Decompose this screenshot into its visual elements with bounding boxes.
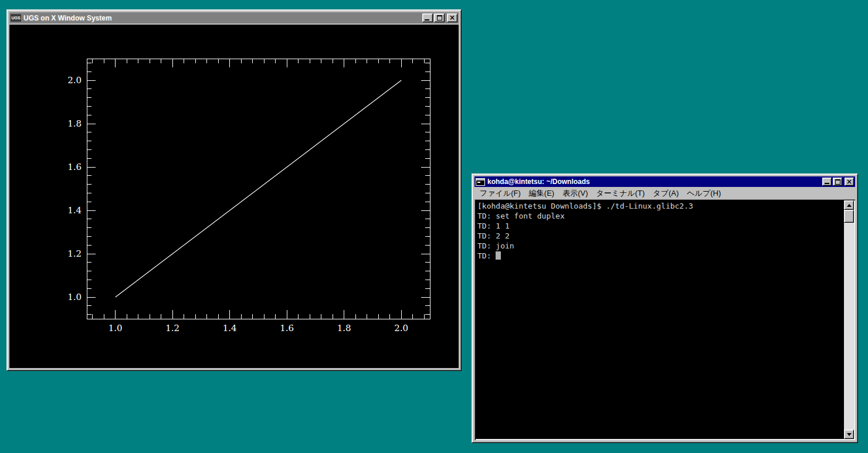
close-icon: × bbox=[846, 178, 852, 185]
terminal-cursor bbox=[496, 251, 501, 260]
terminal-screen[interactable]: [kohda@kintetsu Downloads]$ ./td-Linux.g… bbox=[474, 199, 855, 440]
xy-plot: 1.01.21.41.61.82.01.01.21.41.61.82.0 bbox=[9, 25, 459, 368]
maximize-icon bbox=[437, 15, 442, 21]
arrow-down-icon bbox=[847, 433, 852, 436]
terminal-line: TD: 1 1 bbox=[477, 221, 841, 231]
close-icon: × bbox=[449, 14, 455, 21]
scroll-down-button[interactable] bbox=[844, 430, 854, 439]
x-tick-label: 2.0 bbox=[394, 323, 408, 333]
plot-canvas: 1.01.21.41.61.82.01.01.21.41.61.82.0 bbox=[9, 25, 459, 368]
y-tick-label: 1.8 bbox=[67, 118, 82, 129]
close-button[interactable]: × bbox=[845, 178, 854, 186]
maximize-icon bbox=[835, 179, 840, 185]
menu-item-view[interactable]: 表示(V) bbox=[558, 188, 592, 199]
terminal-line: TD: set font duplex bbox=[477, 211, 841, 221]
scrollbar[interactable] bbox=[844, 200, 854, 439]
minimize-button[interactable] bbox=[822, 178, 832, 186]
minimize-button[interactable] bbox=[422, 13, 433, 22]
x-tick-label: 1.4 bbox=[223, 323, 237, 333]
terminal-window: kohda@kintetsu: ~/Downloads × ファイル(F) 編集… bbox=[472, 173, 858, 443]
menu-item-tabs[interactable]: タブ(A) bbox=[649, 188, 683, 199]
desktop: { "desktop": { "background_color": "#008… bbox=[0, 0, 868, 453]
scrollbar-thumb[interactable] bbox=[844, 210, 854, 223]
arrow-up-icon bbox=[847, 204, 852, 207]
terminal-line: TD: 2 2 bbox=[477, 231, 841, 241]
ugs-titlebar[interactable]: UGS UGS on X Window System × bbox=[9, 12, 459, 23]
x-tick-label: 1.2 bbox=[165, 323, 179, 333]
maximize-button[interactable] bbox=[833, 178, 842, 186]
menu-item-help[interactable]: ヘルプ(H) bbox=[683, 188, 725, 199]
terminal-app-icon[interactable] bbox=[476, 178, 485, 186]
terminal-menubar: ファイル(F) 編集(E) 表示(V) ターミナル(T) タブ(A) ヘルプ(H… bbox=[474, 187, 855, 199]
scroll-up-button[interactable] bbox=[844, 200, 854, 210]
maximize-button[interactable] bbox=[434, 13, 445, 22]
close-button[interactable]: × bbox=[447, 13, 457, 22]
y-tick-label: 2.0 bbox=[67, 75, 82, 86]
terminal-prompt-line: TD: bbox=[477, 251, 841, 261]
menu-item-edit[interactable]: 編集(E) bbox=[525, 188, 558, 199]
ugs-window-controls: × bbox=[422, 13, 457, 22]
minimize-icon bbox=[425, 19, 429, 21]
x-tick-label: 1.0 bbox=[108, 323, 123, 333]
y-tick-label: 1.0 bbox=[67, 292, 82, 302]
y-tick-label: 1.6 bbox=[67, 162, 82, 172]
menu-item-file[interactable]: ファイル(F) bbox=[476, 188, 525, 199]
terminal-line: TD: join bbox=[477, 241, 841, 251]
ugs-app-icon[interactable]: UGS bbox=[11, 14, 21, 22]
menu-item-terminal[interactable]: ターミナル(T) bbox=[592, 188, 649, 199]
y-tick-label: 1.2 bbox=[67, 248, 82, 259]
terminal-titlebar[interactable]: kohda@kintetsu: ~/Downloads × bbox=[474, 176, 855, 187]
minimize-icon bbox=[825, 183, 829, 184]
x-tick-label: 1.8 bbox=[337, 323, 351, 333]
ugs-window-title: UGS on X Window System bbox=[23, 14, 422, 22]
terminal-window-controls: × bbox=[822, 178, 854, 186]
terminal-line: [kohda@kintetsu Downloads]$ ./td-Linux.g… bbox=[477, 201, 841, 211]
ugs-window: UGS UGS on X Window System × 1.01.21.41.… bbox=[6, 9, 462, 371]
terminal-window-title: kohda@kintetsu: ~/Downloads bbox=[487, 178, 822, 186]
x-tick-label: 1.6 bbox=[280, 323, 294, 333]
y-tick-label: 1.4 bbox=[67, 205, 82, 216]
plot-line bbox=[116, 80, 402, 297]
